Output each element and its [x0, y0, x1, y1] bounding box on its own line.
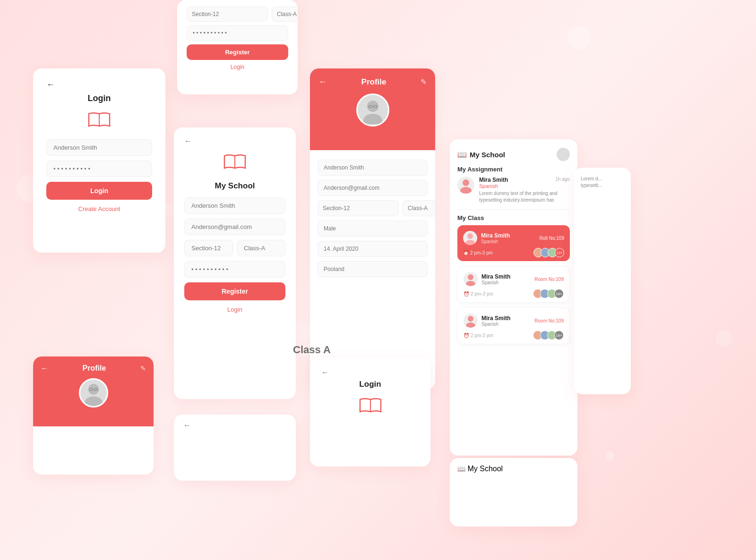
profile-card-body — [310, 150, 435, 289]
dashboard-card: 📖 My School My Assignment Mira Smith 1h … — [450, 139, 577, 456]
myschool-password-input[interactable] — [184, 261, 285, 278]
svg-point-7 — [560, 150, 566, 155]
login-button[interactable]: Login — [46, 182, 152, 200]
avatar-stack-1: 13+ — [536, 248, 564, 257]
password-input-top[interactable] — [187, 25, 288, 41]
myschool-bottom-book-icon: 📖 — [457, 465, 465, 473]
myschool-book-icon-wrap — [184, 152, 285, 173]
class-avatar-3 — [464, 314, 478, 328]
profile-edit-icon[interactable]: ✎ — [421, 77, 427, 86]
profile-date-input[interactable] — [318, 241, 428, 257]
profile-title: Profile — [327, 77, 421, 87]
myschool-title: My School — [184, 181, 285, 191]
login-card-main: ← Login Login Create Account — [33, 68, 165, 253]
profile-back-arrow[interactable]: ← — [318, 77, 327, 87]
profile-section-input[interactable] — [318, 200, 399, 216]
partial-card: Lorem d... typesetti... — [574, 168, 631, 394]
profile-bottom-title: Profile — [48, 364, 140, 373]
login-back-arrow[interactable]: ← — [46, 80, 55, 90]
profile-bottom-avatar-img — [80, 380, 107, 406]
login-bottom-back-arrow[interactable]: ← — [321, 368, 419, 377]
myschool-section-input[interactable] — [184, 240, 233, 256]
dashboard-user-avatar[interactable] — [557, 148, 570, 161]
register-card-top: Register Login — [177, 0, 298, 94]
register-card-bottom: ← — [174, 415, 296, 481]
assignment-name-1: Mira Smith — [479, 177, 508, 183]
svg-point-14 — [466, 281, 475, 286]
myschool-bottom-title-row: 📖 My School — [457, 465, 570, 473]
profile-bottom-back-arrow[interactable]: ← — [41, 364, 48, 373]
myschool-register-button[interactable]: Register — [184, 282, 285, 300]
login-link-top[interactable]: Login — [187, 64, 288, 70]
myclass-section-title: My Class — [457, 214, 570, 221]
myschool-back-arrow[interactable]: ← — [184, 137, 192, 145]
class-time-2: ⏰ 2 pm-3 pm — [464, 291, 493, 297]
myschool-login-link[interactable]: Login — [184, 306, 285, 313]
assignment-section-title: My Assignment — [457, 166, 570, 173]
profile-gender-input[interactable] — [318, 221, 428, 237]
svg-point-16 — [466, 322, 475, 328]
myschool-class-input[interactable] — [237, 240, 285, 256]
class-avatar-2 — [464, 272, 478, 286]
class-a-label: Class A — [293, 344, 331, 356]
class-time-1: ⏰ 2 pm-3 pm — [463, 250, 493, 255]
dashboard-avatar-img — [557, 148, 570, 161]
login-password-input[interactable] — [46, 161, 152, 177]
profile-avatar-wrap — [318, 93, 427, 127]
section-input-top[interactable] — [187, 7, 268, 22]
class-card-active[interactable]: Mira Smith Spanish Roll No:109 ⏰ 2 pm-3 … — [457, 225, 570, 261]
clock-icon-1: ⏰ — [463, 250, 469, 255]
login-name-input[interactable] — [46, 139, 152, 156]
stack-more-2: 18+ — [554, 289, 564, 298]
class-avatar-img-1 — [463, 231, 477, 245]
assignment-info-1: Mira Smith 1h ago Spanish Lorem dummy te… — [479, 177, 570, 204]
profile-name-input[interactable] — [318, 160, 428, 176]
avatar-image — [359, 96, 387, 124]
profile-location-input[interactable] — [318, 261, 428, 277]
class-subject-1: Spanish — [481, 239, 510, 244]
login-bottom-book-icon-wrap — [321, 396, 419, 416]
dashboard-book-icon: 📖 — [457, 150, 467, 159]
class-badge-3: Room No:109 — [534, 318, 564, 323]
class-badge-1: Roll No:109 — [540, 236, 564, 241]
myschool-email-input[interactable] — [184, 219, 285, 235]
partial-assignment-item: Lorem d... typesetti... — [581, 174, 624, 189]
profile-bottom-avatar-section — [41, 378, 146, 407]
myschool-bottom-card: 📖 My School — [450, 458, 577, 526]
svg-point-8 — [558, 156, 568, 161]
profile-card-bottom: ← Profile ✎ — [33, 356, 154, 475]
class-input-top[interactable] — [272, 7, 298, 22]
svg-point-9 — [463, 179, 469, 186]
class-avatar-img-2 — [464, 272, 478, 286]
profile-header: ← Profile ✎ — [310, 68, 435, 150]
profile-email-input[interactable] — [318, 180, 428, 196]
stack-more-1: 13+ — [555, 248, 564, 257]
svg-point-12 — [465, 240, 475, 245]
register-bottom-back-arrow[interactable]: ← — [183, 421, 286, 430]
login-title: Login — [46, 93, 152, 103]
login-bottom-book-icon — [358, 408, 383, 416]
profile-class-input[interactable] — [403, 200, 435, 216]
class-name-1: Mira Smith — [481, 232, 510, 239]
class-badge-2: Room No:109 — [534, 277, 564, 282]
myschool-name-input[interactable] — [184, 197, 285, 214]
class-card-inactive-2[interactable]: Mira Smith Spanish Room No:109 ⏰ 2 pm-3 … — [457, 307, 570, 344]
profile-bottom-edit-icon[interactable]: ✎ — [140, 365, 146, 372]
login-card-bottom: ← Login — [310, 358, 430, 467]
svg-point-11 — [467, 233, 473, 239]
avatar-stack-3: 18+ — [535, 331, 564, 340]
class-card-inactive-1[interactable]: Mira Smith Spanish Room No:109 ⏰ 2 pm-3 … — [457, 266, 570, 303]
create-account-link[interactable]: Create Account — [46, 205, 152, 212]
dashboard-title-row: 📖 My School — [457, 150, 505, 159]
assignment-avatar-img-1 — [457, 177, 474, 194]
class-name-3: Mira Smith — [481, 315, 510, 322]
svg-point-13 — [468, 274, 473, 280]
avatar-stack-2: 18+ — [535, 289, 564, 298]
myschool-book-icon — [223, 164, 247, 172]
dashboard-header: 📖 My School — [457, 148, 570, 161]
class-avatar-img-3 — [464, 314, 478, 328]
assignment-item: Mira Smith 1h ago Spanish Lorem dummy te… — [457, 177, 570, 204]
svg-point-15 — [468, 316, 473, 322]
profile-bottom-header: ← Profile ✎ — [33, 356, 154, 426]
register-button-top[interactable]: Register — [187, 44, 288, 60]
